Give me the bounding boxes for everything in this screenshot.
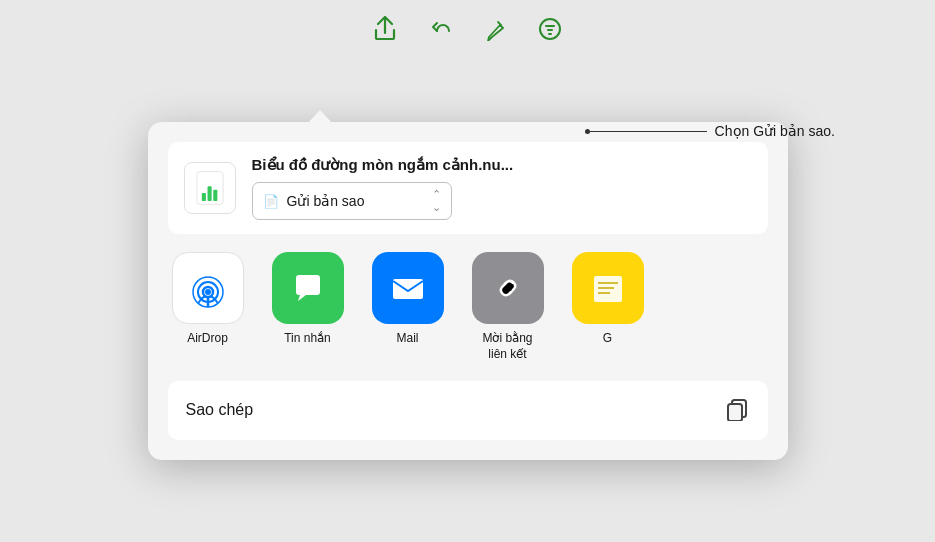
markup-icon[interactable] [484,17,506,45]
svg-rect-23 [728,404,742,421]
send-copy-dropdown[interactable]: 📄 Gửi bản sao ⌃⌄ [252,182,452,220]
app-notes[interactable]: G [568,252,648,362]
svg-rect-5 [201,193,205,201]
file-header: Biểu đồ đường mòn ngắm cảnh.nu... 📄 Gửi … [168,142,768,234]
mail-icon [372,252,444,324]
notes-icon [572,252,644,324]
airdrop-label: AirDrop [187,331,228,347]
svg-rect-7 [213,190,217,201]
app-mail[interactable]: Mail [368,252,448,362]
svg-point-12 [205,289,211,295]
share-icon[interactable] [374,16,396,46]
undo-icon[interactable] [428,17,452,45]
annotation-line [587,131,707,132]
app-airdrop[interactable]: AirDrop [168,252,248,362]
invite-link-icon [472,252,544,324]
app-invite-link[interactable]: Mời bằngliên kết [468,252,548,362]
svg-rect-18 [594,276,622,302]
app-messages[interactable]: Tin nhắn [268,252,348,362]
airdrop-icon [172,252,244,324]
file-title: Biểu đồ đường mòn ngắm cảnh.nu... [252,156,752,174]
copy-button[interactable]: Sao chép [168,381,768,440]
mail-label: Mail [396,331,418,347]
messages-icon [272,252,344,324]
svg-rect-6 [207,187,211,202]
apps-section: AirDrop Tin nhắn Mail [168,252,768,362]
svg-rect-15 [393,279,423,299]
annotation-dot [585,129,590,134]
doc-icon: 📄 [263,194,279,209]
notes-label: G [603,331,612,347]
send-copy-label: Gửi bản sao [287,193,424,209]
copy-icon [724,395,750,426]
invite-link-label: Mời bằngliên kết [482,331,532,362]
toolbar [374,16,562,46]
share-popover: Biểu đồ đường mòn ngắm cảnh.nu... 📄 Gửi … [148,122,788,459]
filter-icon[interactable] [538,17,562,45]
chevron-icon: ⌃⌄ [432,188,441,214]
copy-label: Sao chép [186,401,254,419]
messages-label: Tin nhắn [284,331,331,347]
annotation-label: Chọn Gửi bản sao. [715,123,835,139]
file-info: Biểu đồ đường mòn ngắm cảnh.nu... 📄 Gửi … [252,156,752,220]
annotation: Chọn Gửi bản sao. [587,123,835,139]
file-icon [184,162,236,214]
